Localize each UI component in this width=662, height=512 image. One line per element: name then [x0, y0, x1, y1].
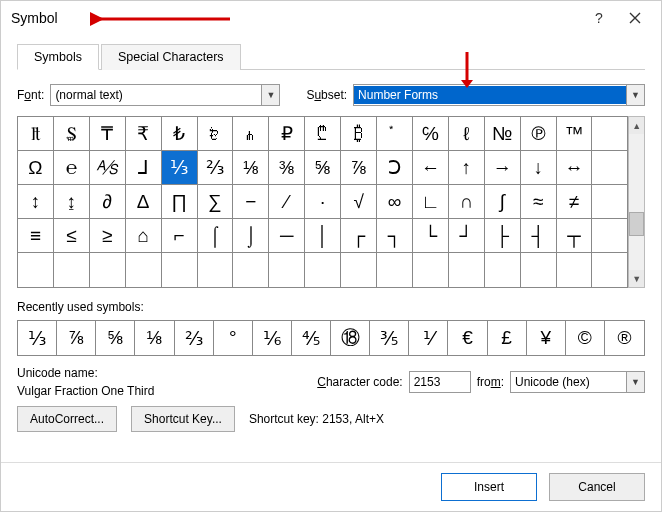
recent-symbol-cell[interactable]: ⅘: [292, 321, 331, 355]
close-button[interactable]: [617, 4, 653, 32]
symbol-cell[interactable]: ⌐: [162, 219, 198, 253]
insert-button[interactable]: Insert: [441, 473, 537, 501]
symbol-cell[interactable]: │: [305, 219, 341, 253]
symbol-cell[interactable]: ┤: [521, 219, 557, 253]
symbol-cell[interactable]: [377, 253, 413, 287]
symbol-cell[interactable]: ℓ: [449, 117, 485, 151]
symbol-cell[interactable]: ⅔: [198, 151, 234, 185]
symbol-cell[interactable]: └: [413, 219, 449, 253]
symbol-cell[interactable]: [198, 253, 234, 287]
scroll-up-icon[interactable]: ▲: [629, 117, 644, 134]
recent-symbol-cell[interactable]: ⅝: [96, 321, 135, 355]
shortcut-key-button[interactable]: Shortcut Key...: [131, 406, 235, 432]
symbol-cell[interactable]: ™: [557, 117, 593, 151]
recent-symbol-cell[interactable]: £: [488, 321, 527, 355]
autocorrect-button[interactable]: AutoCorrect...: [17, 406, 117, 432]
symbol-cell[interactable]: [449, 253, 485, 287]
symbol-cell[interactable]: [592, 219, 628, 253]
recent-symbol-cell[interactable]: ⅞: [57, 321, 96, 355]
symbol-cell[interactable]: ↑: [449, 151, 485, 185]
symbol-cell[interactable]: ₹: [126, 117, 162, 151]
symbol-cell[interactable]: ℮: [54, 151, 90, 185]
symbol-cell[interactable]: [521, 253, 557, 287]
symbol-cell[interactable]: ⌡: [233, 219, 269, 253]
symbol-cell[interactable]: →: [485, 151, 521, 185]
symbol-cell[interactable]: ₺: [162, 117, 198, 151]
symbol-cell[interactable]: [90, 253, 126, 287]
symbol-cell[interactable]: [18, 253, 54, 287]
symbol-cell[interactable]: [592, 117, 628, 151]
symbol-cell[interactable]: ↔: [557, 151, 593, 185]
recent-symbols[interactable]: ⅓⅞⅝⅛⅔°⅙⅘⑱⅗⅟€£¥©®: [17, 320, 645, 356]
symbol-cell[interactable]: ₽: [269, 117, 305, 151]
symbol-cell[interactable]: ┌: [341, 219, 377, 253]
symbol-cell[interactable]: ↨: [54, 185, 90, 219]
symbol-cell[interactable]: ┬: [557, 219, 593, 253]
symbol-cell[interactable]: ─: [269, 219, 305, 253]
symbol-cell[interactable]: [592, 185, 628, 219]
recent-symbol-cell[interactable]: ⑱: [331, 321, 370, 355]
font-combo[interactable]: (normal text) ▼: [50, 84, 280, 106]
symbol-cell[interactable]: ∕: [269, 185, 305, 219]
symbol-cell[interactable]: ←: [413, 151, 449, 185]
symbol-cell[interactable]: ┘: [449, 219, 485, 253]
symbol-cell[interactable]: ⌂: [126, 219, 162, 253]
symbol-cell[interactable]: ⅜: [269, 151, 305, 185]
symbol-cell[interactable]: ↕: [18, 185, 54, 219]
char-code-input[interactable]: [409, 371, 471, 393]
symbol-cell[interactable]: ₶: [18, 117, 54, 151]
recent-symbol-cell[interactable]: €: [448, 321, 487, 355]
symbol-cell[interactable]: [54, 253, 90, 287]
symbol-cell[interactable]: ↓: [521, 151, 557, 185]
help-button[interactable]: ?: [581, 4, 617, 32]
symbol-cell[interactable]: ₼: [233, 117, 269, 151]
subset-combo[interactable]: Number Forms ▼: [353, 84, 645, 106]
symbol-cell[interactable]: ₷: [54, 117, 90, 151]
recent-symbol-cell[interactable]: ⅟: [409, 321, 448, 355]
symbol-cell[interactable]: Ↄ: [377, 151, 413, 185]
symbol-cell[interactable]: ℅: [413, 117, 449, 151]
recent-symbol-cell[interactable]: ⅔: [175, 321, 214, 355]
symbol-cell[interactable]: [305, 253, 341, 287]
symbol-cell[interactable]: −: [233, 185, 269, 219]
recent-symbol-cell[interactable]: ⅗: [370, 321, 409, 355]
symbol-cell[interactable]: ∑: [198, 185, 234, 219]
recent-symbol-cell[interactable]: ⅙: [253, 321, 292, 355]
symbol-cell[interactable]: ℗: [521, 117, 557, 151]
symbol-cell[interactable]: ∫: [485, 185, 521, 219]
symbol-cell[interactable]: ∆: [126, 185, 162, 219]
recent-symbol-cell[interactable]: ⅛: [135, 321, 174, 355]
symbol-cell[interactable]: ₿: [341, 117, 377, 151]
recent-symbol-cell[interactable]: °: [214, 321, 253, 355]
symbol-cell[interactable]: [162, 253, 198, 287]
symbol-cell[interactable]: √: [341, 185, 377, 219]
symbol-cell[interactable]: ├: [485, 219, 521, 253]
symbol-cell[interactable]: [592, 253, 628, 287]
recent-symbol-cell[interactable]: ¥: [527, 321, 566, 355]
symbol-cell[interactable]: [592, 151, 628, 185]
symbol-cell[interactable]: ≡: [18, 219, 54, 253]
symbol-cell[interactable]: [341, 253, 377, 287]
symbol-cell[interactable]: ∟: [413, 185, 449, 219]
tab-special-characters[interactable]: Special Characters: [101, 44, 241, 70]
symbol-cell[interactable]: [269, 253, 305, 287]
cancel-button[interactable]: Cancel: [549, 473, 645, 501]
symbol-cell[interactable]: ₸: [90, 117, 126, 151]
symbol-cell[interactable]: №: [485, 117, 521, 151]
symbol-cell[interactable]: ≤: [54, 219, 90, 253]
symbol-cell[interactable]: [557, 253, 593, 287]
symbol-cell[interactable]: ∏: [162, 185, 198, 219]
symbol-cell[interactable]: ⅃: [126, 151, 162, 185]
symbol-cell[interactable]: ⅛: [233, 151, 269, 185]
symbol-cell[interactable]: [126, 253, 162, 287]
grid-scrollbar[interactable]: ▲ ▼: [628, 116, 645, 288]
symbol-cell[interactable]: ≥: [90, 219, 126, 253]
symbol-cell[interactable]: ∩: [449, 185, 485, 219]
symbol-cell[interactable]: ₾: [305, 117, 341, 151]
symbol-cell[interactable]: ∞: [377, 185, 413, 219]
recent-symbol-cell[interactable]: ®: [605, 321, 644, 355]
symbol-cell[interactable]: ⌠: [198, 219, 234, 253]
recent-symbol-cell[interactable]: ©: [566, 321, 605, 355]
symbol-cell[interactable]: ⃰: [377, 117, 413, 151]
symbol-cell[interactable]: ⅍: [90, 151, 126, 185]
